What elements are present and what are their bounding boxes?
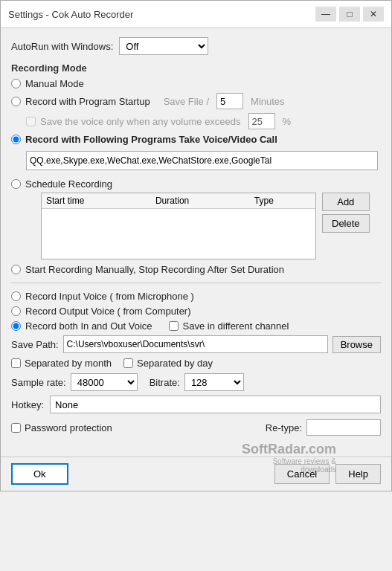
manual-mode-radio[interactable] <box>11 79 21 88</box>
hotkey-row: Hotkey: <box>11 396 381 413</box>
password-label[interactable]: Password protection <box>25 422 112 433</box>
record-both-label[interactable]: Record both In and Out Voice <box>25 320 152 332</box>
record-output-label[interactable]: Record Output Voice ( from Computer) <box>25 306 191 317</box>
schedule-radio[interactable] <box>11 179 21 189</box>
schedule-table: Start time Duration Type <box>42 193 315 209</box>
sample-rate-select[interactable]: 8000 16000 22050 44100 48000 <box>71 373 138 391</box>
save-path-row: Save Path: Browse <box>11 335 381 353</box>
col-start-time: Start time <box>42 193 151 209</box>
maximize-button[interactable]: □ <box>339 7 360 22</box>
schedule-area: Start time Duration Type Add Delete <box>26 193 381 259</box>
recording-mode-label: Recording Mode <box>11 62 381 74</box>
sep-day-checkbox[interactable] <box>123 358 133 368</box>
program-list-input[interactable] <box>26 151 378 170</box>
rate-row: Sample rate: 8000 16000 22050 44100 4800… <box>11 373 381 391</box>
content-area: AutoRun with Windows: Off On Recording M… <box>1 28 391 451</box>
divider-1 <box>11 283 381 283</box>
ok-button[interactable]: Ok <box>11 463 68 485</box>
col-type: Type <box>250 193 315 209</box>
save-different-channel-label[interactable]: Save in different channel <box>183 320 289 332</box>
program-startup-text[interactable]: Record with Program Startup <box>25 96 150 107</box>
bottom-buttons-row: Ok Cancel SoftRadar.com Software reviews… <box>1 457 391 491</box>
password-checkbox[interactable] <box>11 423 21 433</box>
col-duration: Duration <box>151 193 250 209</box>
save-file-input[interactable] <box>216 93 243 109</box>
delete-button[interactable]: Delete <box>322 214 370 233</box>
program-startup-radio[interactable] <box>11 97 21 106</box>
title-controls: — □ ✕ <box>315 7 384 22</box>
schedule-row: Schedule Recording <box>11 178 381 190</box>
minimize-button[interactable]: — <box>315 7 336 22</box>
right-buttons: Cancel SoftRadar.com Software reviews & … <box>274 464 381 484</box>
schedule-label[interactable]: Schedule Recording <box>25 178 112 190</box>
sample-rate-label: Sample rate: <box>11 377 66 388</box>
hotkey-label: Hotkey: <box>11 399 44 410</box>
record-both-radio[interactable] <box>11 321 21 331</box>
start-manually-text[interactable]: Start Recording Manually, Stop Recording… <box>25 264 284 275</box>
save-voice-input[interactable] <box>248 113 275 129</box>
start-manually-row: Start Recording Manually, Stop Recording… <box>11 264 381 275</box>
password-row: Password protection Re-type: <box>11 419 381 436</box>
percent-label: % <box>283 116 292 127</box>
window-title: Settings - Cok Auto Recorder <box>8 9 133 20</box>
sep-day-label[interactable]: Separated by day <box>137 358 213 369</box>
browse-button[interactable]: Browse <box>332 336 381 353</box>
bitrate-label: Bitrate: <box>150 377 180 388</box>
close-button[interactable]: ✕ <box>363 7 384 22</box>
hotkey-input[interactable] <box>50 396 381 413</box>
record-input-label[interactable]: Record Input Voice ( from Microphone ) <box>25 291 194 302</box>
main-window: Settings - Cok Auto Recorder — □ ✕ AutoR… <box>0 0 392 491</box>
sep-month-checkbox[interactable] <box>11 358 21 368</box>
record-input-radio[interactable] <box>11 291 21 301</box>
save-voice-row: Save the voice only when any volume exce… <box>26 113 381 129</box>
autorun-row: AutoRun with Windows: Off On <box>11 37 381 55</box>
autorun-select[interactable]: Off On <box>119 37 208 55</box>
following-programs-radio[interactable] <box>11 135 21 144</box>
program-startup-row: Record with Program Startup Save File / … <box>11 93 381 109</box>
retype-input[interactable] <box>306 419 381 436</box>
retype-container: Re-type: <box>266 419 381 436</box>
schedule-table-container: Start time Duration Type <box>41 193 316 259</box>
start-manually-radio[interactable] <box>11 265 21 274</box>
password-container: Password protection <box>11 422 112 433</box>
save-voice-label: Save the voice only when any volume exce… <box>40 116 241 127</box>
cancel-button[interactable]: Cancel <box>274 464 330 484</box>
minutes-label: Minutes <box>251 96 285 107</box>
following-programs-row: Record with Following Programs Take Voic… <box>11 134 381 145</box>
save-voice-checkbox[interactable] <box>26 117 36 126</box>
program-list-container <box>26 149 378 174</box>
following-programs-text[interactable]: Record with Following Programs Take Voic… <box>25 134 277 145</box>
sep-month-label[interactable]: Separated by month <box>25 358 112 369</box>
title-bar: Settings - Cok Auto Recorder — □ ✕ <box>1 1 391 28</box>
retype-label: Re-type: <box>266 422 302 433</box>
record-output-radio[interactable] <box>11 306 21 316</box>
record-output-row: Record Output Voice ( from Computer) <box>11 306 381 317</box>
manual-mode-text[interactable]: Manual Mode <box>25 78 84 89</box>
sep-month-container: Separated by month <box>11 358 112 369</box>
record-input-row: Record Input Voice ( from Microphone ) <box>11 291 381 302</box>
add-button[interactable]: Add <box>322 193 370 211</box>
manual-mode-row: Manual Mode <box>11 78 381 89</box>
save-path-label: Save Path: <box>11 339 59 350</box>
sep-day-container: Separated by day <box>123 358 213 369</box>
schedule-buttons: Add Delete <box>322 193 370 233</box>
bitrate-select[interactable]: 64 96 128 192 320 <box>184 373 244 391</box>
autorun-label: AutoRun with Windows: <box>11 41 113 52</box>
separated-checkboxes-row: Separated by month Separated by day <box>11 358 381 369</box>
record-both-row: Record both In and Out Voice Save in dif… <box>11 320 381 332</box>
save-path-input[interactable] <box>63 335 328 353</box>
sample-rate-container: Sample rate: 8000 16000 22050 44100 4800… <box>11 373 138 391</box>
save-file-label: Save File / <box>164 96 209 107</box>
save-different-channel-checkbox[interactable] <box>169 321 179 331</box>
help-button[interactable]: Help <box>335 464 381 484</box>
bitrate-container: Bitrate: 64 96 128 192 320 <box>150 373 244 391</box>
